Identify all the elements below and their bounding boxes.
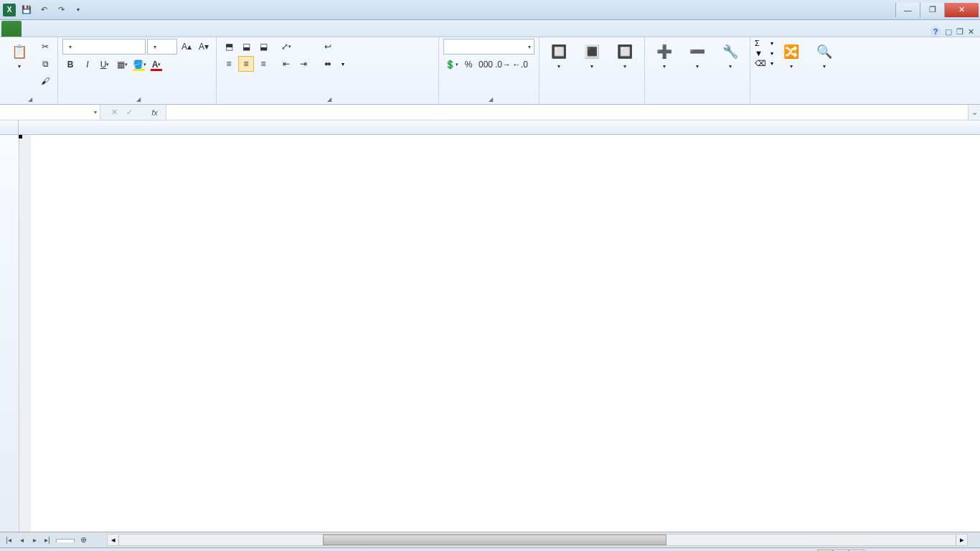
align-left-icon[interactable]: ≡ xyxy=(221,56,237,72)
horizontal-scrollbar[interactable]: ◂ ▸ xyxy=(107,534,968,546)
group-alignment: ⬒ ⬓ ⬓ ⤢▾ ≡ ≡ ≡ ⇤ ⇥ ↩ ⬌▾ ◢ xyxy=(217,37,439,104)
percent-format-icon[interactable]: % xyxy=(461,57,476,72)
help-icon[interactable]: ? xyxy=(930,27,941,37)
scroll-right-icon[interactable]: ▸ xyxy=(956,534,967,545)
close-workbook-icon[interactable]: ✕ xyxy=(968,27,974,37)
group-cells: ➕▾ ➖▾ 🔧▾ xyxy=(645,37,750,104)
formula-bar[interactable] xyxy=(166,105,968,120)
group-editing: Σ▾ ▼▾ ⌫▾ 🔀▾ 🔍▾ xyxy=(750,37,980,104)
restore-window-icon[interactable]: ❐ xyxy=(956,27,963,37)
select-all-corner[interactable] xyxy=(0,121,19,134)
new-sheet-icon[interactable]: ⊕ xyxy=(75,534,93,546)
decrease-font-icon[interactable]: A▾ xyxy=(196,39,212,55)
qat-customize-icon[interactable]: ▾ xyxy=(72,4,85,17)
increase-font-icon[interactable]: A▴ xyxy=(179,39,194,55)
cut-icon[interactable]: ✂ xyxy=(37,39,53,55)
fill-color-button[interactable]: 🪣▾ xyxy=(131,57,147,72)
font-dialog-launcher[interactable]: ◢ xyxy=(136,96,141,103)
column-headers xyxy=(0,121,980,135)
increase-decimal-icon[interactable]: .0→ xyxy=(495,57,511,72)
save-icon[interactable]: 💾 xyxy=(20,4,33,17)
orientation-icon[interactable]: ⤢▾ xyxy=(278,39,294,55)
first-sheet-icon[interactable]: |◂ xyxy=(3,534,14,546)
maximize-button[interactable]: ❐ xyxy=(920,3,944,17)
autosum-button[interactable]: Σ▾ xyxy=(755,39,773,47)
increase-indent-icon[interactable]: ⇥ xyxy=(296,56,311,72)
conditional-format-button[interactable]: 🔲▾ xyxy=(544,39,574,72)
file-tab[interactable] xyxy=(1,21,22,37)
vertical-scrollbar[interactable] xyxy=(19,135,31,532)
align-bottom-icon[interactable]: ⬓ xyxy=(255,39,271,55)
bold-button[interactable]: B xyxy=(62,57,78,72)
merge-center-button[interactable]: ⬌▾ xyxy=(320,56,344,72)
paste-button[interactable]: 📋 ▾ xyxy=(4,39,34,72)
border-button[interactable]: ▦▾ xyxy=(114,57,130,72)
sheet-tabs-row: |◂ ◂ ▸ ▸| ⊕ ◂ ▸ xyxy=(0,532,980,548)
spreadsheet-grid xyxy=(0,121,980,532)
next-sheet-icon[interactable]: ▸ xyxy=(29,534,40,546)
group-font: ▾ ▾ A▴ A▾ B I U▾ ▦▾ 🪣▾ A▾ ◢ xyxy=(58,37,217,104)
fill-down-icon: ▼ xyxy=(755,49,766,57)
insert-cells-button[interactable]: ➕▾ xyxy=(649,39,679,72)
sort-filter-button[interactable]: 🔀▾ xyxy=(776,39,806,72)
redo-icon[interactable]: ↷ xyxy=(55,4,67,17)
cell-styles-button[interactable]: 🔲▾ xyxy=(610,39,640,72)
find-select-button[interactable]: 🔍▾ xyxy=(809,39,839,72)
insert-icon: ➕ xyxy=(654,42,674,62)
format-cells-button[interactable]: 🔧▾ xyxy=(715,39,745,72)
scroll-thumb[interactable] xyxy=(323,534,666,545)
minimize-ribbon-icon[interactable]: ▢ xyxy=(945,27,952,37)
accounting-format-icon[interactable]: 💲▾ xyxy=(443,57,459,72)
name-box[interactable]: ▾ xyxy=(0,105,100,120)
format-icon: 🔧 xyxy=(720,42,740,62)
underline-button[interactable]: U▾ xyxy=(97,57,113,72)
excel-icon: X xyxy=(3,4,16,17)
font-color-button[interactable]: A▾ xyxy=(149,57,164,72)
wrap-text-button[interactable]: ↩ xyxy=(320,39,344,55)
copy-icon[interactable]: ⧉ xyxy=(37,56,53,72)
format-table-button[interactable]: 🔳▾ xyxy=(577,39,607,72)
cell-styles-icon: 🔲 xyxy=(615,42,635,62)
align-top-icon[interactable]: ⬒ xyxy=(221,39,237,55)
number-format-combo[interactable]: ▾ xyxy=(443,39,534,55)
last-sheet-icon[interactable]: ▸| xyxy=(42,534,53,546)
format-painter-icon[interactable]: 🖌 xyxy=(37,73,53,89)
align-middle-icon[interactable]: ⬓ xyxy=(238,39,254,55)
paste-icon: 📋 xyxy=(9,42,29,62)
name-box-dropdown-icon[interactable]: ▾ xyxy=(91,109,100,116)
decrease-decimal-icon[interactable]: ←.0 xyxy=(512,57,528,72)
ribbon: 📋 ▾ ✂ ⧉ 🖌 ◢ ▾ ▾ A▴ A▾ B I U▾ xyxy=(0,37,980,105)
font-size-combo[interactable]: ▾ xyxy=(147,39,177,55)
chevron-down-icon: ▾ xyxy=(154,44,156,50)
row-headers xyxy=(0,135,19,532)
minimize-button[interactable]: — xyxy=(895,3,920,17)
group-styles: 🔲▾ 🔳▾ 🔲▾ xyxy=(540,37,645,104)
expand-formula-bar-icon[interactable]: ⌄ xyxy=(968,105,980,120)
clipboard-dialog-launcher[interactable]: ◢ xyxy=(28,96,32,103)
cancel-formula-icon: ✕ xyxy=(111,108,118,117)
close-button[interactable]: ✕ xyxy=(944,3,979,17)
sigma-icon: Σ xyxy=(755,39,766,47)
prev-sheet-icon[interactable]: ◂ xyxy=(16,534,27,546)
clear-button[interactable]: ⌫▾ xyxy=(755,59,773,68)
merge-icon: ⬌ xyxy=(320,56,336,72)
font-name-combo[interactable]: ▾ xyxy=(62,39,146,55)
decrease-indent-icon[interactable]: ⇤ xyxy=(278,56,294,72)
window-controls: — ❐ ✕ xyxy=(895,3,979,17)
comma-format-icon[interactable]: 000 xyxy=(478,57,494,72)
number-dialog-launcher[interactable]: ◢ xyxy=(489,96,493,103)
delete-cells-button[interactable]: ➖▾ xyxy=(682,39,712,72)
alignment-dialog-launcher[interactable]: ◢ xyxy=(327,96,331,103)
undo-icon[interactable]: ↶ xyxy=(37,4,50,17)
scroll-left-icon[interactable]: ◂ xyxy=(108,534,119,545)
group-number: ▾ 💲▾ % 000 .0→ ←.0 ◢ xyxy=(439,37,540,104)
align-center-icon[interactable]: ≡ xyxy=(238,56,254,72)
group-clipboard: 📋 ▾ ✂ ⧉ 🖌 ◢ xyxy=(0,37,58,104)
align-right-icon[interactable]: ≡ xyxy=(255,56,271,72)
italic-button[interactable]: I xyxy=(80,57,95,72)
sheet-tab-list1[interactable] xyxy=(56,539,75,542)
fill-button[interactable]: ▼▾ xyxy=(755,49,773,57)
fx-icon[interactable]: fx xyxy=(143,105,166,120)
formula-bar-row: ▾ ✕ ✓ fx ⌄ xyxy=(0,105,980,121)
name-box-input[interactable] xyxy=(0,108,91,118)
